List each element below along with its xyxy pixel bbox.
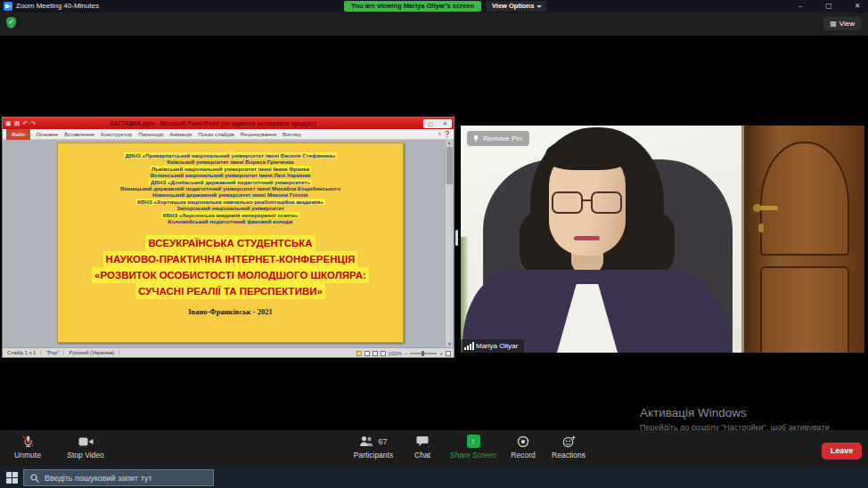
university-line: Вінницький державний педагогічний універ… <box>120 185 340 191</box>
connection-signal-icon <box>464 342 474 350</box>
window-title: Zoom Meeting 40-Minutes <box>16 2 99 10</box>
ppt-maximize-button[interactable]: ▢ <box>428 120 433 126</box>
zoom-titlebar: Zoom Meeting 40-Minutes You are viewing … <box>0 0 868 12</box>
ppt-close-button[interactable]: ✕ <box>443 120 447 126</box>
chat-bubble-icon <box>416 435 429 448</box>
university-list: ДВНЗ «Прикарпатський національний універ… <box>58 152 403 224</box>
door-handle <box>755 206 778 210</box>
university-line: Волинський національний університет імен… <box>151 172 311 178</box>
normal-view-icon[interactable] <box>356 351 362 356</box>
view-layout-button[interactable]: ▦View <box>823 17 861 30</box>
university-line: КВНЗ «Хортицька національна навчально-ре… <box>135 199 325 205</box>
participant-video[interactable]: Remove Pin Mariya Oliyar <box>461 126 864 353</box>
ppt-document-area: ДВНЗ «Прикарпатський національний універ… <box>3 140 454 347</box>
close-button[interactable]: ✕ <box>846 0 868 12</box>
university-line: Київський університет імені Бориса Грінч… <box>167 159 293 165</box>
leave-button[interactable]: Leave <box>822 443 862 460</box>
glasses <box>591 191 622 214</box>
ppt-ribbon-tabs: Файл Основне Вставлення Конструктор Пере… <box>3 129 454 140</box>
shared-powerpoint-window: ▣ ▤ ↶ ↷ ЗАСТАВКА.pptx - Microsoft PowerP… <box>2 117 454 358</box>
slide-sorter-icon[interactable] <box>364 351 370 356</box>
ppt-status-bar: Слайд 1 з 1 "Pop" Русский (Украина) 102%… <box>3 347 454 357</box>
university-line: Львівський національний університет імен… <box>150 166 311 172</box>
screen-viewing-banner: You are viewing Mariya Oliyar's screen <box>344 1 481 12</box>
taskbar-search[interactable] <box>23 469 214 486</box>
door-keyhole <box>758 224 764 232</box>
zoom-in-button[interactable]: + <box>439 351 443 356</box>
door-panel <box>760 266 849 353</box>
tab-design[interactable]: Конструктор <box>101 131 132 137</box>
start-button[interactable] <box>6 472 18 484</box>
tab-insert[interactable]: Вставлення <box>64 131 94 137</box>
tab-slideshow[interactable]: Показ слайдів <box>198 131 234 137</box>
wooden-door <box>741 126 864 353</box>
zoom-app-icon <box>4 2 12 11</box>
tab-animations[interactable]: Анімація <box>169 131 192 137</box>
slide-indicator: Слайд 1 з 1 <box>3 350 41 355</box>
university-line: ДВНЗ «Донбаський державний педагогічний … <box>149 179 312 185</box>
ribbon-help-icon[interactable]: ˄ ❓ <box>438 131 451 138</box>
door-panel <box>760 142 849 256</box>
record-icon <box>517 435 529 448</box>
ppt-titlebar: ▣ ▤ ↶ ↷ ЗАСТАВКА.pptx - Microsoft PowerP… <box>3 118 454 129</box>
reading-view-icon[interactable] <box>373 351 378 356</box>
minimize-button[interactable]: – <box>789 0 812 12</box>
zoom-level: 102% <box>389 351 402 356</box>
ppt-window-title: ЗАСТАВКА.pptx - Microsoft PowerPoint (не… <box>3 118 423 129</box>
fit-to-window-icon[interactable] <box>446 351 451 356</box>
zoom-toolbar: Unmute Stop Video 67 Participants <box>0 430 868 468</box>
participants-button[interactable]: 67 Participants <box>341 435 405 460</box>
search-icon <box>30 474 39 483</box>
presentation-slide: ДВНЗ «Прикарпатський національний універ… <box>57 142 404 343</box>
scrollbar-thumb[interactable] <box>446 147 453 184</box>
university-line: Запорізький національний університет <box>176 205 284 211</box>
view-options-button[interactable]: View Options <box>486 1 546 12</box>
participant-name-tag: Mariya Oliyar <box>461 339 524 353</box>
participants-count: 67 <box>378 437 387 446</box>
person-hair-bangs <box>545 138 629 170</box>
tab-file[interactable]: Файл <box>6 129 30 140</box>
zoom-subbar: ✓ ▦View <box>0 12 868 36</box>
reactions-button[interactable]: Reactions <box>545 435 592 460</box>
language-indicator: Русский (Украина) <box>64 350 119 355</box>
unmute-button[interactable]: Unmute <box>4 435 52 460</box>
pin-icon <box>472 134 479 142</box>
share-screen-icon: ↑ <box>467 435 480 448</box>
microphone-muted-icon <box>21 435 35 448</box>
slideshow-view-icon[interactable] <box>381 351 386 356</box>
zoom-out-button[interactable]: − <box>405 351 408 356</box>
panel-divider-handle[interactable] <box>455 230 458 246</box>
glasses <box>552 191 583 214</box>
person-lips <box>574 236 600 240</box>
zoom-slider[interactable] <box>410 353 437 354</box>
record-button[interactable]: Record <box>503 435 544 460</box>
reactions-smiley-icon <box>562 435 576 448</box>
tab-review[interactable]: Рецензування <box>241 131 276 137</box>
university-line: Коломийський педагогічний фаховий коледж <box>168 218 293 224</box>
slide-footer: Івано-Франківськ - 2021 <box>58 307 403 316</box>
university-line: КВНЗ «Херсонська академія неперервної ос… <box>161 212 300 218</box>
ppt-window-controls[interactable]: ▢ ✕ <box>423 119 452 128</box>
tab-transitions[interactable]: Переходи <box>138 131 163 137</box>
tab-home[interactable]: Основне <box>36 131 58 137</box>
participants-icon <box>359 435 375 447</box>
stop-video-button[interactable]: Stop Video <box>57 435 114 460</box>
search-input[interactable] <box>45 474 205 483</box>
ppt-scrollbar[interactable]: ▲▼ <box>445 140 453 347</box>
theme-name: "Pop" <box>41 350 64 355</box>
tab-view[interactable]: Вигляд <box>283 131 300 137</box>
share-screen-button[interactable]: ↑ Share Screen <box>445 435 502 460</box>
conference-title: ВСЕУКРАЇНСЬКА СТУДЕНТСЬКА НАУКОВО-ПРАКТИ… <box>58 235 403 299</box>
university-line: Ніжинський державний університет імені М… <box>152 191 307 198</box>
windows-taskbar: ✆3 A W 4°C Cloudy ✆ УКР 14:00 25.11.2021… <box>0 468 868 488</box>
grid-icon: ▦ <box>830 20 837 28</box>
security-shield-icon[interactable]: ✓ <box>6 17 16 28</box>
chat-button[interactable]: Chat <box>401 435 444 460</box>
maximize-button[interactable]: ▢ <box>817 0 840 12</box>
remove-pin-button[interactable]: Remove Pin <box>467 131 529 146</box>
glasses-bridge <box>582 199 592 201</box>
university-line: ДВНЗ «Прикарпатський національний універ… <box>124 152 338 159</box>
video-camera-icon <box>78 435 94 448</box>
